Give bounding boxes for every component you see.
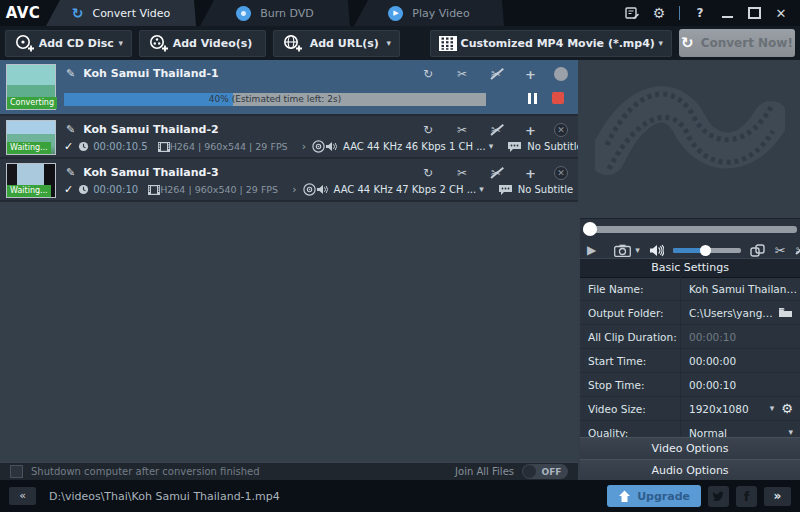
subtitle-select[interactable]: No Subtitle [518,184,573,195]
help-icon[interactable]: ? [693,6,707,20]
expand-plus-icon[interactable]: + [525,68,536,81]
chevron-down-icon: ▾ [479,185,484,194]
basic-settings-header[interactable]: Basic Settings [580,258,800,278]
collapse-left-button[interactable]: « [9,487,36,505]
expand-plus-icon[interactable]: + [525,167,536,180]
tab-burn-dvd[interactable]: Burn DVD [200,0,350,26]
minimize-icon[interactable] [720,6,734,20]
output-format-select[interactable]: Customized MP4 Movie (*.mp4) ▾ [430,30,672,57]
queue-item-1[interactable]: Converting ✎ Koh Samui Thailand-1 ↻ ✂ ✂ … [0,60,578,116]
volume-speaker-icon[interactable] [649,244,664,257]
output-folder-field[interactable]: C:\Users\yangh\Videos... [680,301,800,324]
tab-play-video[interactable]: ▶ Play Video [354,0,504,26]
edit-pencil-icon[interactable]: ✎ [66,123,75,136]
subtitle-select[interactable]: No Subtitle [527,141,578,152]
upgrade-arrow-icon [618,490,631,503]
chevron-down-icon: ▾ [489,142,494,151]
clip-disabled-icon[interactable]: ✂ [491,167,501,179]
convert-arrows-icon: ↻ [681,36,694,51]
chevron-down-icon[interactable]: ▾ [635,246,640,255]
item-title-row: ✎ Koh Samui Thailand-1 [66,67,219,80]
clip-duration: 00:00:10.5 [93,141,147,152]
clip-scissors-icon[interactable]: ✂ [457,68,467,80]
toggle-state: OFF [536,467,567,477]
video-title: Koh Samui Thailand-1 [83,67,218,80]
seek-track[interactable] [583,226,797,233]
expand-right-button[interactable]: » [764,487,791,506]
play-icon[interactable]: ▶ [587,243,596,257]
seek-handle[interactable] [583,222,597,236]
compare-frames-icon[interactable] [750,244,765,257]
add-cd-disc-button[interactable]: Add CD Disc ▾ [5,30,132,57]
clip-scissors-icon[interactable]: ✂ [457,167,467,179]
chevron-down-icon[interactable]: ▾ [788,428,793,437]
edit-pencil-icon[interactable]: ✎ [66,166,75,179]
add-urls-button[interactable]: Add URL(s) ▾ [273,30,400,57]
setting-row-file-name: File Name: Koh Samui Thailand-1 [580,277,800,301]
setting-label: Video Size: [580,403,680,415]
setting-label: Stop Time: [580,379,680,391]
browse-folder-icon[interactable] [778,307,800,318]
settings-gear-icon[interactable]: ⚙ [652,6,666,20]
add-urls-label: Add URL(s) [302,37,386,50]
twitter-button[interactable] [708,486,729,507]
convert-settings-icon[interactable]: ↻ [423,68,433,80]
seek-slider[interactable] [583,222,797,236]
any-video-converter-window: AVC ↻ Convert Video Burn DVD ▶ Play Vide… [0,0,800,512]
pause-icon[interactable] [528,93,537,104]
video-thumbnail: Converting [6,64,56,110]
video-size-select[interactable]: 1920x1080 ▾ ⚙ [680,397,800,420]
tab-convert-video[interactable]: ↻ Convert Video [46,0,196,26]
chevron-down-icon[interactable]: ▾ [770,404,775,413]
join-all-files-label: Join All Files [455,466,514,477]
remove-item-icon[interactable]: ✕ [554,166,568,180]
audio-options-header[interactable]: Audio Options [580,459,800,482]
snapshot-camera-icon[interactable] [614,244,631,257]
tab-label: Burn DVD [260,7,314,20]
convert-now-button[interactable]: ↻ Convert Now! [679,29,795,57]
stop-icon[interactable] [552,92,564,104]
feedback-icon[interactable] [625,6,639,20]
queue-item-2[interactable]: Waiting... ✎ Koh Samui Thailand-2 ↻ ✂ ✂ … [0,116,578,159]
video-info: H264 | 960x544 | 29 FPS [170,141,288,152]
facebook-button[interactable]: f [736,486,757,507]
shutdown-label: Shutdown computer after conversion finis… [31,466,260,477]
clip-disabled-icon[interactable]: ✂ [796,243,800,258]
convert-settings-icon[interactable]: ↻ [423,124,433,136]
video-size-gear-icon[interactable]: ⚙ [781,402,793,415]
volume-handle[interactable] [700,245,711,256]
video-options-header[interactable]: Video Options [580,437,800,460]
volume-slider[interactable] [673,245,741,256]
upgrade-button[interactable]: Upgrade [607,485,701,507]
stop-time-field[interactable]: 00:00:10 [680,373,800,396]
clip-disabled-icon[interactable]: ✂ [491,124,501,136]
queue-item-3[interactable]: Waiting... ✎ Koh Samui Thailand-3 ↻ ✂ ✂ … [0,159,578,202]
tab-label: Play Video [412,7,469,20]
filmstrip-icon [439,36,457,51]
clip-disabled-icon[interactable]: ✂ [491,68,501,80]
clip-scissors-icon[interactable]: ✂ [457,124,467,136]
play-circle-icon: ▶ [388,6,403,21]
check-icon: ✓ [64,140,73,153]
upgrade-label: Upgrade [637,490,690,503]
add-videos-button[interactable]: Add Video(s) [139,30,266,57]
run-controls [528,92,564,104]
clock-icon [78,141,89,152]
edit-pencil-icon[interactable]: ✎ [66,67,75,80]
file-name-field[interactable]: Koh Samui Thailand-1 [680,277,800,300]
subtitle-bubble-icon [498,184,513,196]
convert-settings-icon[interactable]: ↻ [423,167,433,179]
start-time-field[interactable]: 00:00:00 [680,349,800,372]
conversion-queue: Converting ✎ Koh Samui Thailand-1 ↻ ✂ ✂ … [0,60,578,462]
remove-item-icon[interactable]: ✕ [554,123,568,137]
expand-plus-icon[interactable]: + [525,124,536,137]
audio-info-select[interactable]: AAC 44 KHz 46 Kbps 1 CH ... [343,141,486,152]
clip-scissors-icon[interactable]: ✂ [775,243,786,258]
shutdown-checkbox[interactable] [10,465,23,478]
join-all-files-toggle[interactable]: OFF [522,464,568,479]
maximize-icon[interactable] [747,6,761,20]
close-icon[interactable]: ✕ [774,6,788,20]
app-logo: AVC [0,0,46,26]
output-disc-icon [303,183,316,196]
audio-info-select[interactable]: AAC 44 KHz 47 Kbps 2 CH ... [334,184,477,195]
